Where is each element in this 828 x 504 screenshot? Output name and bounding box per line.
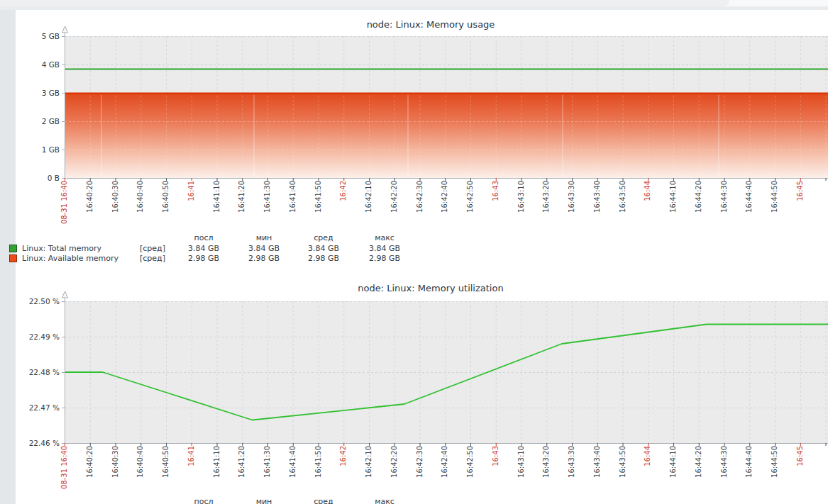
legend-column-header: посл xyxy=(172,497,236,504)
x-axis-tick-label: 16:42:10 xyxy=(365,446,372,478)
x-axis-tick-label: 16:44:20 xyxy=(695,446,702,478)
x-axis-tick-label: 16:44 xyxy=(644,446,651,466)
x-axis-tick-label: 16:44:30 xyxy=(720,446,728,478)
x-axis-tick-label: 16:43:50 xyxy=(619,446,626,478)
x-axis-tick-label: 16:43:30 xyxy=(568,446,575,478)
x-axis-tick-label: 16:40:40 xyxy=(136,446,144,478)
x-axis-tick-label: 16:43:10 xyxy=(517,446,525,478)
x-axis-tick-label: 16:41:20 xyxy=(238,446,245,478)
x-axis-tick-label: 16:44:40 xyxy=(745,446,753,478)
x-axis-tick-label: 16:41 xyxy=(187,446,195,466)
y-axis-tick-label: 22.48 % xyxy=(4,368,60,376)
x-axis-tick-label: 16:43:20 xyxy=(542,446,550,478)
x-axis-tick-label: 16:42:30 xyxy=(416,446,424,478)
x-axis-tick-label: 16:40:20 xyxy=(86,446,94,478)
x-axis-tick-label: 16:42 xyxy=(339,446,347,466)
x-axis-tick-label: 16:40:50 xyxy=(162,446,170,478)
zabbix-graphs-page: node: Linux: Memory usage 5 GB4 GB3 GB2 … xyxy=(0,0,828,504)
y-axis-tick-label: 22.47 % xyxy=(4,403,60,412)
x-axis-tick-label: 08-31 16:40 xyxy=(60,446,68,489)
x-axis-tick-label: 16:42:20 xyxy=(390,446,398,478)
y-axis-tick-label: 22.50 % xyxy=(4,297,60,306)
x-axis-tick-label: 16:43 xyxy=(492,446,499,466)
x-axis-tick-label: 16:45 xyxy=(796,446,804,466)
x-axis-tick-label: 16:41:10 xyxy=(213,446,221,478)
x-axis-tick-label: 16:41:30 xyxy=(263,446,271,478)
x-axis-tick-label: 16:42:40 xyxy=(441,446,448,478)
memory-utilization-labels: 22.50 %22.49 %22.48 %22.47 %22.46 %08-31… xyxy=(0,0,828,504)
x-axis-tick-label: 16:41:40 xyxy=(289,446,297,478)
y-axis-tick-label: 22.49 % xyxy=(4,332,60,341)
x-axis-tick-label: 16:41:50 xyxy=(314,446,322,478)
legend-column-header: мин xyxy=(232,497,296,504)
x-axis-tick-label: 16:42:50 xyxy=(466,446,474,478)
legend-column-header: сред xyxy=(292,497,355,504)
x-axis-tick-label: 16:44:50 xyxy=(771,446,778,478)
x-axis-tick-label: 16:40:30 xyxy=(111,446,119,478)
y-axis-tick-label: 22.46 % xyxy=(4,439,60,447)
x-axis-tick-label: 16:43:40 xyxy=(593,446,601,478)
legend-column-header: макс xyxy=(353,497,416,504)
x-axis-tick-label: 16:44:10 xyxy=(669,446,677,478)
